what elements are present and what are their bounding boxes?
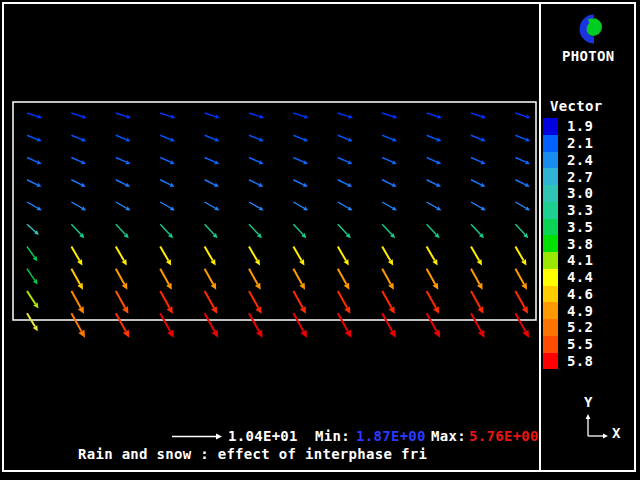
vector-arrow xyxy=(116,313,130,337)
vector-arrow xyxy=(293,135,308,141)
vector-arrow xyxy=(160,158,175,165)
reference-arrow xyxy=(172,434,222,440)
vector-arrow xyxy=(338,269,350,290)
vector-arrow xyxy=(293,269,305,290)
vector-arrow xyxy=(338,180,352,187)
vector-arrow xyxy=(515,158,530,165)
vector-arrow xyxy=(71,113,86,119)
vector-arrow xyxy=(338,113,353,119)
vector-arrow xyxy=(71,269,83,290)
vector-arrow xyxy=(338,135,353,141)
legend-value: 3.8 xyxy=(567,236,593,252)
vector-arrow xyxy=(471,224,484,238)
vector-arrow xyxy=(160,291,173,314)
vector-arrow xyxy=(160,224,173,238)
vector-arrow xyxy=(427,202,442,211)
vector-arrow xyxy=(249,158,264,165)
vector-arrow xyxy=(338,313,352,337)
axis-x-arrow xyxy=(588,434,608,439)
max-label: Max: xyxy=(431,429,466,443)
legend-level: 4.9 xyxy=(543,302,593,319)
vector-arrow xyxy=(205,291,218,314)
vector-arrow xyxy=(71,247,82,266)
vector-arrow xyxy=(293,291,306,314)
vector-arrow xyxy=(382,158,397,165)
vector-arrow xyxy=(205,158,220,165)
vector-arrow xyxy=(27,247,37,262)
legend-value: 3.5 xyxy=(567,219,593,235)
vector-arrow xyxy=(71,313,85,337)
legend-level: 3.0 xyxy=(543,185,593,202)
axis-y-label: Y xyxy=(584,395,593,409)
legend-level: 4.4 xyxy=(543,269,593,286)
vector-arrow xyxy=(160,113,175,119)
vector-arrow xyxy=(471,113,486,119)
vector-arrow xyxy=(27,135,42,141)
vector-arrow xyxy=(427,247,438,266)
vector-arrow xyxy=(160,313,174,337)
vector-arrow xyxy=(338,158,353,165)
reference-arrow-value: 1.04E+01 xyxy=(228,429,298,443)
vector-arrow xyxy=(338,202,353,211)
vector-arrow xyxy=(471,158,486,165)
vector-arrow xyxy=(293,180,307,187)
max-value: 5.76E+00 xyxy=(469,429,539,443)
legend-level: 3.8 xyxy=(543,235,593,252)
legend-value: 4.6 xyxy=(567,286,593,302)
vector-arrow xyxy=(427,291,440,314)
vector-arrow xyxy=(27,202,42,211)
vector-arrow xyxy=(293,113,308,119)
legend-value: 2.7 xyxy=(567,169,593,185)
vector-arrow xyxy=(382,180,396,187)
vector-arrow xyxy=(382,291,395,314)
vector-arrow xyxy=(471,269,483,290)
vector-arrow xyxy=(116,113,131,119)
photon-window: PHOTON Vector 1.92.12.42.73.03.33.53.84.… xyxy=(0,0,640,480)
legend-level: 5.5 xyxy=(543,336,593,353)
vector-arrow xyxy=(205,180,219,187)
legend-swatch xyxy=(543,353,558,370)
legend-swatch xyxy=(543,286,558,303)
vector-arrow xyxy=(27,313,38,331)
vector-arrow xyxy=(293,247,304,266)
axis-indicator-arrows xyxy=(586,414,608,438)
vector-arrow xyxy=(515,291,528,314)
vector-arrow xyxy=(427,269,439,290)
legend-value: 3.3 xyxy=(567,202,593,218)
vector-arrow xyxy=(515,247,526,266)
legend-value: 5.8 xyxy=(567,353,593,369)
vector-arrow xyxy=(293,202,308,211)
vector-arrow xyxy=(27,224,39,235)
vector-arrow xyxy=(515,180,529,187)
vector-arrow xyxy=(471,291,484,314)
min-value: 1.87E+00 xyxy=(356,429,426,443)
legend-swatch xyxy=(543,302,558,319)
legend-level: 5.8 xyxy=(543,353,593,370)
legend-level: 4.6 xyxy=(543,286,593,303)
vector-arrow xyxy=(338,247,349,266)
vector-arrow xyxy=(515,113,530,119)
vector-arrow xyxy=(205,247,216,266)
vector-arrow xyxy=(249,291,262,314)
legend-level: 5.2 xyxy=(543,319,593,336)
vector-arrow xyxy=(427,224,440,238)
vector-arrow xyxy=(382,202,397,211)
vector-arrow xyxy=(160,269,172,290)
legend-swatch xyxy=(543,152,558,169)
vector-arrow xyxy=(205,113,220,119)
axis-x-label: X xyxy=(612,426,621,440)
legend-swatch xyxy=(543,235,558,252)
legend-swatch xyxy=(543,219,558,236)
vector-arrow xyxy=(471,202,486,211)
reference-arrow-glyph xyxy=(172,434,222,440)
vector-arrow xyxy=(27,180,41,187)
legend-value: 1.9 xyxy=(567,118,593,134)
vector-arrow xyxy=(71,202,86,211)
legend-swatch xyxy=(543,118,558,135)
legend-value: 2.4 xyxy=(567,152,593,168)
vector-arrow xyxy=(71,224,84,238)
vector-arrow xyxy=(27,291,38,309)
vector-arrow xyxy=(160,247,171,266)
legend-value: 5.5 xyxy=(567,336,593,352)
vector-arrow xyxy=(338,224,351,238)
